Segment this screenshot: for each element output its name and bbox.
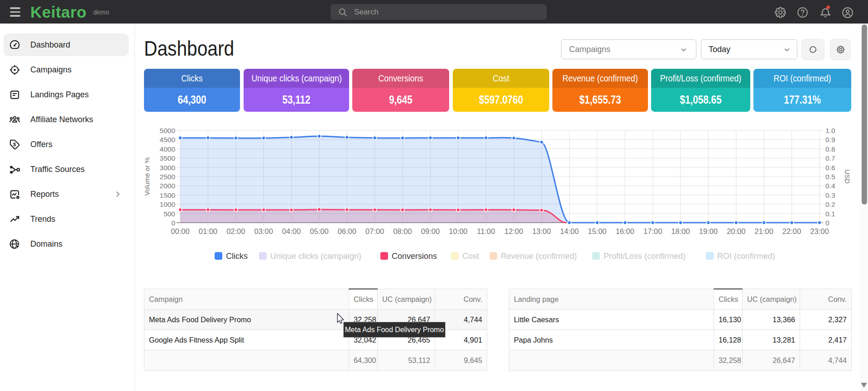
svg-text:2000: 2000 bbox=[160, 182, 176, 190]
svg-text:0.4: 0.4 bbox=[825, 182, 835, 190]
svg-text:0.5: 0.5 bbox=[825, 173, 835, 181]
svg-text:20:00: 20:00 bbox=[727, 227, 745, 235]
svg-text:18:00: 18:00 bbox=[671, 227, 690, 235]
svg-text:09:00: 09:00 bbox=[421, 227, 440, 235]
svg-text:3000: 3000 bbox=[160, 164, 176, 172]
svg-text:0: 0 bbox=[825, 219, 830, 227]
svg-text:22:00: 22:00 bbox=[782, 227, 801, 235]
svg-text:13:00: 13:00 bbox=[532, 227, 551, 235]
svg-text:Volume or %: Volume or % bbox=[143, 157, 151, 196]
svg-text:06:00: 06:00 bbox=[338, 227, 356, 235]
svg-text:08:00: 08:00 bbox=[393, 227, 412, 235]
svg-text:11:00: 11:00 bbox=[477, 227, 495, 235]
svg-text:19:00: 19:00 bbox=[699, 227, 718, 235]
svg-text:0.3: 0.3 bbox=[825, 191, 835, 199]
svg-text:12:00: 12:00 bbox=[504, 227, 523, 235]
svg-text:10:00: 10:00 bbox=[449, 227, 467, 235]
svg-text:1500: 1500 bbox=[160, 191, 176, 199]
svg-text:4000: 4000 bbox=[160, 145, 176, 153]
svg-text:01:00: 01:00 bbox=[199, 227, 217, 235]
svg-text:14:00: 14:00 bbox=[560, 227, 579, 235]
svg-text:1000: 1000 bbox=[160, 200, 176, 208]
svg-text:03:00: 03:00 bbox=[254, 227, 273, 235]
svg-text:23:00: 23:00 bbox=[810, 227, 829, 235]
svg-text:$: $ bbox=[13, 142, 16, 147]
svg-text:00:00: 00:00 bbox=[171, 227, 189, 235]
svg-text:1.0: 1.0 bbox=[825, 127, 835, 134]
svg-text:0.6: 0.6 bbox=[825, 164, 835, 172]
svg-text:USD: USD bbox=[844, 169, 851, 184]
svg-text:04:00: 04:00 bbox=[282, 227, 301, 235]
svg-text:0.8: 0.8 bbox=[825, 145, 835, 153]
svg-text:4500: 4500 bbox=[160, 136, 176, 143]
svg-text:0.9: 0.9 bbox=[825, 136, 835, 143]
svg-text:0.1: 0.1 bbox=[825, 210, 835, 218]
svg-text:2500: 2500 bbox=[160, 173, 176, 181]
svg-text:17:00: 17:00 bbox=[643, 227, 662, 235]
svg-text:21:00: 21:00 bbox=[755, 227, 773, 235]
svg-text:500: 500 bbox=[163, 210, 175, 218]
svg-text:05:00: 05:00 bbox=[310, 227, 328, 235]
svg-text:3500: 3500 bbox=[160, 154, 176, 162]
svg-text:0: 0 bbox=[171, 219, 175, 227]
svg-text:02:00: 02:00 bbox=[226, 227, 245, 235]
svg-text:0.7: 0.7 bbox=[825, 154, 835, 162]
svg-text:07:00: 07:00 bbox=[365, 227, 384, 235]
svg-text:5000: 5000 bbox=[160, 127, 176, 134]
svg-text:15:00: 15:00 bbox=[588, 227, 606, 235]
svg-text:0.2: 0.2 bbox=[825, 200, 835, 208]
svg-text:16:00: 16:00 bbox=[616, 227, 634, 235]
